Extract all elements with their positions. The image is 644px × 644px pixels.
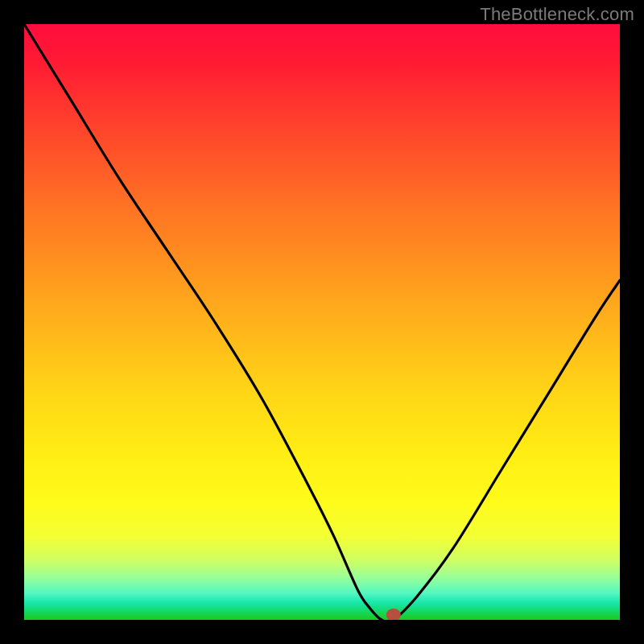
chart-frame: TheBottleneck.com (0, 0, 644, 644)
optimum-marker (386, 609, 401, 620)
plot-area (24, 24, 620, 620)
bottleneck-curve (24, 24, 620, 620)
chart-svg (24, 24, 620, 620)
watermark-text: TheBottleneck.com (480, 4, 634, 25)
